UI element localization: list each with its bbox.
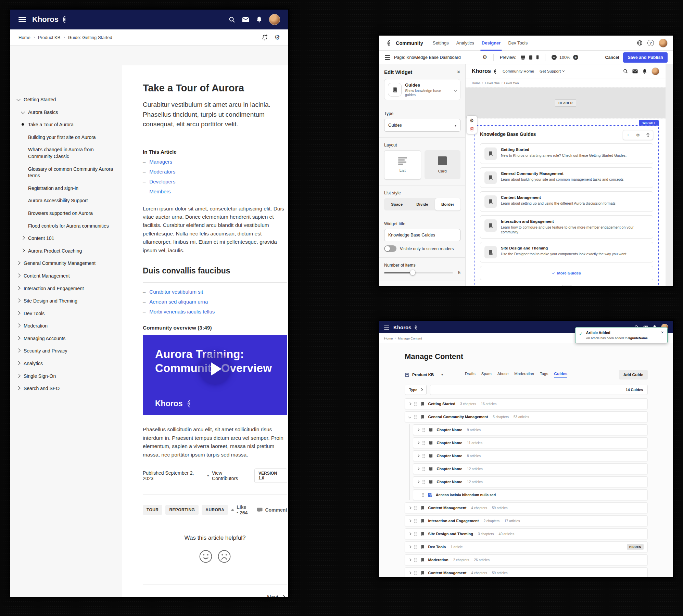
avatar[interactable] xyxy=(659,39,668,48)
close-icon[interactable]: ✕ xyxy=(457,69,460,75)
tag-tour[interactable]: TOUR xyxy=(143,505,162,515)
guide-row-hidden[interactable]: Dev Tools 1 article HIDDEN xyxy=(405,541,648,552)
section-link-2[interactable]: Aenean sed aliquam urna xyxy=(149,299,208,305)
sidebar-item-accessibility[interactable]: Aurora Accessibility Support xyxy=(17,197,117,204)
number-of-items-slider[interactable] xyxy=(384,272,453,273)
breadcrumb-level-one[interactable]: Level One xyxy=(485,81,499,85)
drag-handle[interactable] xyxy=(414,402,415,403)
list-style-divide[interactable]: Divide xyxy=(409,198,435,210)
tablet-icon[interactable] xyxy=(529,55,533,60)
guide-list-item[interactable]: General Community ManagementLearn about … xyxy=(480,167,653,188)
tab-abuse[interactable]: Abuse xyxy=(497,372,509,378)
drag-handle[interactable] xyxy=(422,441,423,442)
breadcrumb-home[interactable]: Home xyxy=(472,81,480,85)
expand-chevron-icon[interactable] xyxy=(408,402,411,405)
header-placeholder[interactable]: HEADER xyxy=(466,88,666,118)
tab-tags[interactable]: Tags xyxy=(540,372,548,378)
notifications-icon[interactable] xyxy=(256,16,262,23)
screen-reader-toggle[interactable] xyxy=(384,245,396,252)
tab-designer[interactable]: Designer xyxy=(480,36,502,51)
sidebar-item-managing-accounts[interactable]: Managing Accounts xyxy=(17,335,117,342)
phone-icon[interactable] xyxy=(536,55,539,60)
drag-handle[interactable] xyxy=(422,467,423,468)
article-row[interactable]: Aenean lacinia bibendum nulla sed xyxy=(413,489,648,500)
drag-handle[interactable] xyxy=(422,454,423,455)
globe-icon[interactable] xyxy=(637,40,643,46)
guide-list-item[interactable]: Site Design and ThemingUse the Designer … xyxy=(480,242,653,262)
avatar[interactable] xyxy=(652,67,659,75)
section-link-3[interactable]: Morbi venenatis iaculis tellus xyxy=(149,309,215,315)
sidebar-item-browsers[interactable]: Browsers supported on Aurora xyxy=(17,210,117,217)
happy-face-button[interactable] xyxy=(199,550,213,563)
sidebar-item-product-coaching[interactable]: Aurora Product Coaching xyxy=(17,248,117,255)
expand-chevron-icon[interactable] xyxy=(408,546,411,548)
drag-handle[interactable] xyxy=(414,506,415,507)
sidebar-item-interaction-engagement[interactable]: Interaction and Engagement xyxy=(17,285,117,292)
guide-list-item[interactable]: Content ManagementLearn about setting up… xyxy=(480,191,653,212)
preview-nav-community-home[interactable]: Community Home xyxy=(503,69,534,73)
search-icon[interactable] xyxy=(229,16,235,23)
layout-option-list[interactable]: List xyxy=(384,150,421,180)
preview-nav-get-support[interactable]: Get Support xyxy=(540,69,564,73)
toc-link-developers[interactable]: Developers xyxy=(149,179,175,184)
drag-handle[interactable] xyxy=(414,571,415,572)
guide-row[interactable]: Interaction and Engagement 2 chapters 17… xyxy=(405,515,648,526)
like-button[interactable]: Like • 264 xyxy=(231,504,249,515)
expand-chevron-icon[interactable] xyxy=(408,572,411,574)
help-icon[interactable]: ? xyxy=(647,40,654,46)
toc-link-managers[interactable]: Managers xyxy=(149,159,172,165)
play-button-icon[interactable] xyxy=(199,353,231,385)
add-guide-button[interactable]: Add Guide xyxy=(619,370,648,380)
menu-icon[interactable] xyxy=(384,325,389,330)
search-icon[interactable] xyxy=(623,69,628,74)
guide-row-expanded[interactable]: General Community Management 5 chapters … xyxy=(405,411,648,422)
sidebar-item-content-management[interactable]: Content Management xyxy=(17,273,117,280)
guide-list-item[interactable]: Interaction and EngagementLearn how to c… xyxy=(480,215,653,239)
sidebar-item-security-privacy[interactable]: Security and Privacy xyxy=(17,348,117,355)
list-style-border[interactable]: Border xyxy=(435,198,460,210)
breadcrumb-home[interactable]: Home xyxy=(18,35,30,40)
desktop-icon[interactable] xyxy=(520,55,526,60)
avatar[interactable] xyxy=(269,14,280,25)
tab-moderation[interactable]: Moderation xyxy=(514,372,534,378)
tag-aurora[interactable]: AURORA xyxy=(202,505,228,515)
sidebar-item-aurora-basics[interactable]: Aurora Basics xyxy=(17,109,117,116)
widget-region[interactable]: WIDGET Knowledge Base Guides + ⚙ xyxy=(475,125,659,286)
drag-handle[interactable] xyxy=(414,558,415,559)
expand-chevron-icon[interactable] xyxy=(408,532,411,535)
section-link-1[interactable]: Curabitur vestibulum sit xyxy=(149,289,203,295)
page-label[interactable]: Page: Knowledge Base Dashboard xyxy=(394,55,461,60)
comment-button[interactable]: Comment xyxy=(257,507,287,513)
type-filter-button[interactable]: Type xyxy=(405,385,427,395)
tab-settings[interactable]: Settings xyxy=(431,36,450,51)
widget-type-card[interactable]: Guides Show knowledge base guides xyxy=(384,79,460,100)
chapter-row[interactable]: Chapter Name 9 articles xyxy=(413,424,648,435)
drag-handle[interactable] xyxy=(414,545,415,546)
khoros-logo[interactable]: Khoros xyxy=(472,68,497,74)
sidebar-item-whats-changed[interactable]: What's changed in Aurora from Community … xyxy=(17,146,117,160)
sidebar-item-site-design[interactable]: Site Design and Theming xyxy=(17,298,117,305)
widget-delete-trash-icon[interactable] xyxy=(470,127,474,131)
view-contributors-link[interactable]: View Contributors xyxy=(212,470,249,481)
tab-analytics[interactable]: Analytics xyxy=(455,36,476,51)
guide-row[interactable]: Moderation 2 chapters 26 articles xyxy=(405,554,648,565)
drag-handle[interactable] xyxy=(422,428,423,429)
subscribe-bell-icon[interactable] xyxy=(262,34,268,41)
zoom-in-button[interactable]: + xyxy=(573,55,578,60)
widget-title-input[interactable] xyxy=(384,229,460,241)
chapter-row[interactable]: Chapter Name 12 articles xyxy=(413,476,648,487)
more-guides-button[interactable]: More Guides xyxy=(480,266,653,280)
guide-row[interactable]: Content Management 4 chapters 59 article… xyxy=(405,502,648,513)
sidebar-item-building-first-site[interactable]: Building your first site on Aurora xyxy=(17,134,117,141)
sidebar-item-glossary[interactable]: Glossary of common Community Aurora term… xyxy=(17,166,117,179)
drag-handle[interactable] xyxy=(414,532,415,533)
sidebar-item-general-community-management[interactable]: General Community Management xyxy=(17,260,117,267)
list-style-space[interactable]: Space xyxy=(384,198,409,210)
notifications-icon[interactable] xyxy=(642,69,647,74)
toc-link-members[interactable]: Members xyxy=(149,189,171,194)
close-icon[interactable]: ✕ xyxy=(661,331,664,340)
pages-menu-icon[interactable] xyxy=(385,55,390,60)
tab-spam[interactable]: Spam xyxy=(481,372,492,378)
sidebar-item-flood-controls[interactable]: Flood controls for Aurora communities xyxy=(17,223,117,230)
expand-chevron-icon[interactable] xyxy=(408,519,411,522)
